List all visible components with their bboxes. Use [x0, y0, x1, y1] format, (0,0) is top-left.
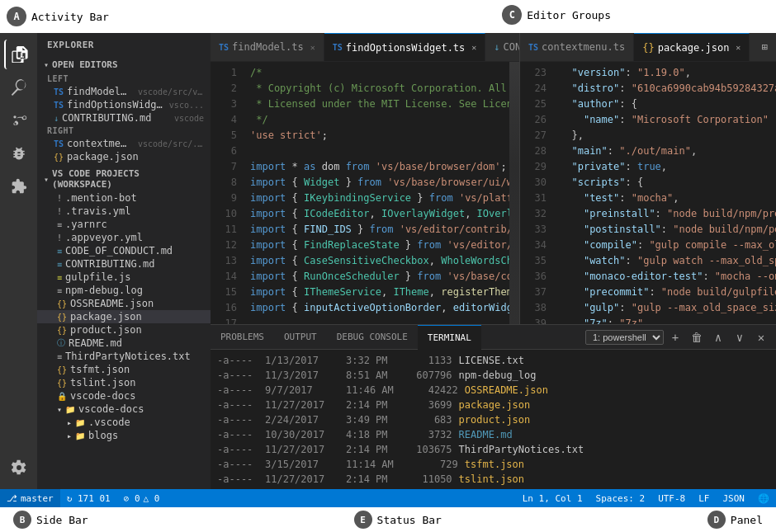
left-file-findmodel[interactable]: TS findModel.ts vscode/src/vs/... [37, 85, 211, 98]
activity-explorer-icon[interactable] [4, 40, 34, 69]
warnings-text: △ 0 [144, 493, 160, 504]
ws-gulpfile[interactable]: ≡ gulpfile.js [37, 271, 211, 284]
status-errors[interactable]: ⊘ 0 △ 0 [117, 489, 167, 507]
panel-chevron-down[interactable]: ∨ [730, 327, 750, 347]
status-line-ending[interactable]: LF [692, 489, 716, 507]
status-bar: ⎇ master ↻ 171 01 ⊘ 0 △ 0 Ln 1, Col 1 Sp… [0, 489, 776, 507]
annotation-c-circle: C [502, 5, 522, 25]
right-group-label: RIGHT [37, 125, 211, 137]
log-icon: ≡ [57, 286, 62, 295]
md-icon: ↓ [54, 114, 59, 123]
tab-findmodel[interactable]: TS findModel.ts ✕ [211, 33, 324, 62]
panel-add-btn[interactable]: + [665, 327, 685, 347]
activity-debug-icon[interactable] [4, 139, 34, 168]
ws-yarn-lock[interactable]: 🔒 vscode-docs [37, 389, 211, 403]
tab-findmodel-label: findModel.ts [232, 41, 304, 53]
json-icon-2: {} [57, 299, 67, 308]
folder-icon-3: 📁 [75, 431, 85, 440]
ws-product[interactable]: {} product.json [37, 323, 211, 337]
left-file-findoptionswidget[interactable]: TS findOptionsWidget.ts vsco... [37, 98, 211, 111]
panel-tab-debug[interactable]: DEBUG CONSOLE [327, 325, 418, 350]
ws-thirdparty[interactable]: ≡ ThirdPartyNotices.txt [37, 350, 211, 363]
right-file-contextmenu[interactable]: TS contextmenu.ts vscode/src/... [37, 137, 211, 150]
tab-pkg-close[interactable]: ✕ [736, 43, 741, 52]
panel-tab-output[interactable]: OUTPUT [274, 325, 327, 350]
annotation-b-group: B Side Bar [0, 511, 102, 529]
panel-close-btn[interactable]: ✕ [751, 327, 771, 347]
tab-contextmenu[interactable]: TS contextmenu.ts [520, 33, 634, 62]
activity-settings-icon[interactable] [4, 453, 34, 483]
ws-tsfmt[interactable]: {} tsfmt.json [37, 363, 211, 376]
panel-chevron-up[interactable]: ∧ [708, 327, 728, 347]
status-position[interactable]: Ln 1, Col 1 [516, 489, 589, 507]
status-sync[interactable]: ↻ 171 01 [60, 489, 117, 507]
tab-contributing[interactable]: ↓ CONTRIBUTING.md ✕ [485, 33, 519, 62]
right-group-btn-1[interactable]: ⊞ [755, 37, 774, 57]
ws-appveyor[interactable]: ! .appveyor.yml [37, 231, 211, 244]
status-globe[interactable]: 🌐 [751, 489, 776, 507]
ws-tslint[interactable]: {} tslint.json [37, 376, 211, 389]
tab-findmodel-close[interactable]: ✕ [310, 43, 315, 52]
ws-travis[interactable]: ! .travis.yml [37, 205, 211, 218]
txt-icon: ≡ [57, 352, 62, 361]
activity-extensions-icon[interactable] [4, 172, 34, 201]
editor-group-right: TS contextmenu.ts {} package.json ✕ ⊞ ⊟ … [520, 33, 776, 324]
tab-pkg-icon: {} [642, 42, 654, 54]
annotation-d-circle: D [707, 511, 726, 529]
terminal-row-1: -a----1/13/20173:32 PM1133LICENSE.txt [217, 353, 769, 368]
panel: PROBLEMS OUTPUT DEBUG CONSOLE TERMINAL 1… [211, 324, 776, 489]
terminal-row-4: -a----11/27/20172:14 PM3699package.json [217, 398, 769, 412]
right-json-content[interactable]: "version": "1.19.0", "distro": "610ca699… [553, 62, 776, 324]
workspace-section[interactable]: ▾ VS CODE PROJECTS (WORKSPACE) [37, 167, 211, 191]
activity-search-icon[interactable] [4, 73, 34, 102]
panel-tab-problems[interactable]: PROBLEMS [211, 325, 274, 350]
open-editors-section[interactable]: ▾ OPEN EDITORS [37, 57, 211, 73]
annotation-b-label: Side Bar [36, 514, 88, 526]
terminal-row-3: -a----9/7/201711:46 AM42422OSSREADME.jso… [217, 383, 769, 398]
dot-icon: ! [57, 194, 62, 203]
terminal-row-2: -a----11/3/20178:51 AM607796npm-debug_lo… [217, 368, 769, 383]
ws-package-json[interactable]: {} package.json [37, 310, 211, 323]
open-editors-chevron: ▾ [44, 60, 49, 69]
ws-yarnrc[interactable]: ≡ .yarnrc [37, 218, 211, 231]
errors-text: ⊘ 0 [124, 493, 140, 504]
folder-chevron-3: ▸ [67, 431, 72, 440]
editor-area: TS findModel.ts ✕ TS findOptionsWidget.t… [211, 33, 776, 489]
workspace-chevron: ▾ [44, 175, 49, 184]
left-file-contributing[interactable]: ↓ CONTRIBUTING.md vscode [37, 111, 211, 125]
git-branch-icon: ⎇ [7, 493, 17, 504]
folder-chevron: ▾ [57, 405, 62, 414]
left-code-content[interactable]: /* * Copyright (c) Microsoft Corporation… [244, 62, 509, 324]
ws-code-conduct[interactable]: ≡ CODE_OF_CONDUCT.md [37, 244, 211, 257]
activity-git-icon[interactable] [4, 106, 34, 135]
tab-findoptionswidget[interactable]: TS findOptionsWidget.ts ✕ [324, 33, 486, 62]
status-spaces[interactable]: Spaces: 2 [589, 489, 652, 507]
panel-terminal-content[interactable]: -a----1/13/20173:32 PM1133LICENSE.txt -a… [211, 350, 776, 489]
status-language[interactable]: JSON [717, 489, 752, 507]
ws-mention-bot[interactable]: ! .mention-bot [37, 191, 211, 205]
tab-findoptions-close[interactable]: ✕ [471, 43, 476, 52]
md-icon-4: ⓘ [57, 337, 65, 349]
ws-npm-debug[interactable]: ≡ npm-debug.log [37, 284, 211, 297]
panel-trash-btn[interactable]: 🗑 [687, 327, 707, 347]
tab-findoptions-icon: TS [333, 43, 343, 52]
status-encoding[interactable]: UTF-8 [651, 489, 692, 507]
js-icon: ≡ [57, 273, 62, 282]
panel-tab-terminal[interactable]: TERMINAL [418, 325, 481, 350]
left-line-numbers: 12345 678910 1112131415 1617181920 [211, 62, 244, 324]
annotation-e-group: E Status Bar [354, 511, 442, 529]
panel-tab-bar: PROBLEMS OUTPUT DEBUG CONSOLE TERMINAL 1… [211, 325, 776, 350]
annotation-a-label: Activity Bar [31, 11, 109, 23]
ws-vscode-folder[interactable]: ▸ 📁 .vscode [37, 416, 211, 429]
ws-blogs-folder[interactable]: ▸ 📁 blogs [37, 429, 211, 442]
ws-contributing[interactable]: ≡ CONTRIBUTING.md [37, 257, 211, 271]
status-branch[interactable]: ⎇ master [0, 489, 60, 507]
terminal-select[interactable]: 1: powershell [585, 330, 664, 345]
tab-package-json[interactable]: {} package.json ✕ [634, 33, 750, 62]
annotation-c-group: C Editor Groups [502, 5, 611, 25]
ws-readme[interactable]: ⓘ README.md [37, 337, 211, 350]
ts-icon-2: TS [54, 101, 64, 110]
ws-ossreadme[interactable]: {} OSSREADME.json [37, 297, 211, 310]
right-file-package[interactable]: {} package.json [37, 150, 211, 163]
ws-vscode-docs[interactable]: ▾ 📁 vscode-docs [37, 403, 211, 416]
